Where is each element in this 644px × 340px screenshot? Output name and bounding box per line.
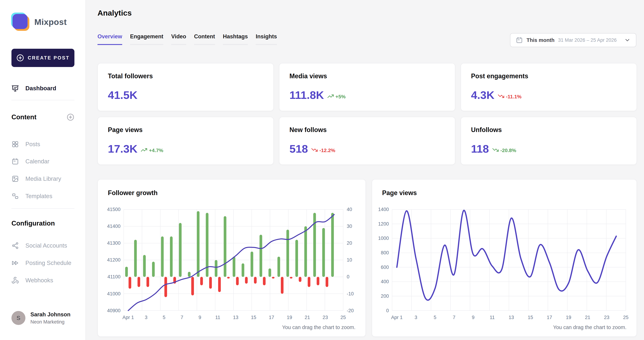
configuration-section-header: Configuration [12, 220, 74, 227]
trend-down-icon [492, 146, 499, 153]
stat-trend: +4.7% [140, 146, 163, 154]
content-section-title: Content [12, 113, 36, 121]
sidebar-item-posting-schedule[interactable]: Posting Schedule [12, 257, 74, 269]
tab-video[interactable]: Video [171, 33, 186, 45]
stat-value: 518 [290, 144, 308, 154]
calendar-icon [516, 37, 523, 44]
tab-hashtags[interactable]: Hashtags [223, 33, 248, 45]
stats-grid: Total followers 41.5K Media views 111.8K… [98, 63, 637, 165]
svg-text:40900: 40900 [107, 308, 120, 313]
stat-card-total-followers: Total followers 41.5K [98, 63, 274, 111]
tab-overview[interactable]: Overview [98, 33, 122, 45]
stat-trend: -11.1% [498, 93, 522, 100]
svg-text:11: 11 [490, 315, 495, 320]
sidebar-item-calendar[interactable]: Calendar [12, 155, 74, 167]
sidebar-item-social-accounts[interactable]: Social Accounts [12, 240, 74, 252]
stat-value: 118 [471, 144, 489, 154]
svg-text:800: 800 [381, 250, 389, 255]
sidebar-item-media-library[interactable]: Media Library [12, 173, 74, 185]
svg-text:600: 600 [381, 265, 389, 270]
svg-text:Apr 1: Apr 1 [391, 315, 402, 320]
tab-insights[interactable]: Insights [256, 33, 277, 45]
svg-text:-10: -10 [347, 291, 354, 296]
chart-caption: You can drag the chart to zoom. [282, 324, 356, 330]
tab-engagement[interactable]: Engagement [130, 33, 163, 45]
stat-value: 4.3K [471, 90, 494, 100]
svg-text:30: 30 [347, 224, 352, 229]
stat-value: 111.8K [290, 90, 324, 100]
svg-text:9: 9 [472, 315, 474, 320]
svg-text:41500: 41500 [107, 207, 120, 212]
svg-text:7: 7 [453, 315, 456, 320]
svg-text:15: 15 [251, 315, 256, 320]
stat-title: New follows [290, 126, 445, 134]
stat-title: Total followers [108, 72, 263, 80]
svg-text:19: 19 [287, 315, 292, 320]
sidebar-item-webhooks[interactable]: Webhooks [12, 274, 74, 286]
stat-title: Post engagements [471, 72, 626, 80]
svg-text:21: 21 [585, 315, 590, 320]
sidebar-item-templates[interactable]: Templates [12, 190, 74, 202]
svg-text:10: 10 [347, 257, 352, 263]
chart-title: Page views [382, 189, 417, 197]
chart-caption: You can drag the chart to zoom. [553, 324, 626, 330]
svg-text:400: 400 [381, 279, 389, 284]
stat-trend: +5% [327, 93, 346, 100]
dashboard-icon [12, 85, 19, 92]
brand-logo[interactable]: Mixpost [11, 13, 67, 31]
page-title: Analytics [98, 9, 132, 17]
create-post-button[interactable]: CREATE POST [12, 49, 74, 67]
layout-icon [12, 192, 19, 200]
date-range-picker[interactable]: This month 31 Mar 2026 – 25 Apr 2026 [510, 33, 636, 47]
svg-text:1200: 1200 [378, 221, 389, 227]
svg-text:20: 20 [347, 240, 352, 246]
trend-value: -20.8% [500, 148, 516, 153]
stat-value: 17.3K [108, 144, 138, 154]
stat-title: Page views [108, 126, 263, 134]
sidebar-item-label: Calendar [26, 158, 49, 165]
charts-grid: 415004041400304130020412001041100041000-… [98, 179, 637, 337]
svg-text:19: 19 [566, 315, 571, 320]
follower-growth-chart[interactable]: 415004041400304130020412001041100041000-… [98, 180, 366, 336]
stat-card-media-views: Media views 111.8K +5% [279, 63, 455, 111]
user-menu[interactable]: S Sarah Johnson Neon Marketing [12, 311, 70, 325]
avatar: S [12, 311, 26, 325]
page-views-chart[interactable]: 1400120010008006004002000Apr 13579111315… [372, 180, 636, 336]
stat-card-post-engagements: Post engagements 4.3K -11.1% [461, 63, 637, 111]
sidebar-item-label: Media Library [26, 175, 61, 182]
plus-circle-icon [16, 54, 24, 62]
svg-text:-20: -20 [347, 308, 354, 313]
calendar-icon [12, 158, 19, 165]
share-icon [12, 242, 19, 249]
trend-up-icon [140, 146, 148, 153]
stat-trend: -20.8% [492, 146, 516, 154]
stat-card-unfollows: Unfollows 118 -20.8% [461, 117, 637, 165]
image-icon [12, 175, 19, 183]
svg-text:3: 3 [145, 315, 148, 320]
fast-forward-icon [12, 259, 19, 267]
sidebar-item-dashboard[interactable]: Dashboard [12, 82, 74, 94]
svg-text:13: 13 [233, 315, 238, 320]
sidebar-item-label: Social Accounts [26, 242, 67, 249]
mixpost-logo-icon [11, 13, 30, 31]
user-name: Sarah Johnson [30, 311, 70, 318]
sidebar-item-posts[interactable]: Posts [12, 138, 74, 150]
chart-title: Follower growth [108, 189, 158, 197]
svg-text:23: 23 [322, 315, 328, 320]
svg-text:9: 9 [198, 315, 201, 320]
svg-text:Apr 1: Apr 1 [122, 315, 134, 320]
sidebar-divider [12, 208, 74, 209]
sidebar-item-label: Posts [26, 141, 40, 148]
configuration-section-title: Configuration [12, 220, 55, 227]
svg-text:41300: 41300 [107, 240, 120, 246]
svg-text:3: 3 [415, 315, 417, 320]
trend-value: +4.7% [149, 148, 163, 153]
follower-growth-chart-card: 415004041400304130020412001041100041000-… [98, 179, 366, 337]
brand-name: Mixpost [34, 17, 67, 27]
date-range-value: 31 Mar 2026 – 25 Apr 2026 [558, 38, 617, 43]
tab-content[interactable]: Content [194, 33, 215, 45]
svg-text:7: 7 [181, 315, 183, 320]
sidebar-item-label: Templates [26, 193, 52, 200]
add-content-icon[interactable] [66, 113, 74, 121]
trend-down-icon [498, 93, 504, 100]
